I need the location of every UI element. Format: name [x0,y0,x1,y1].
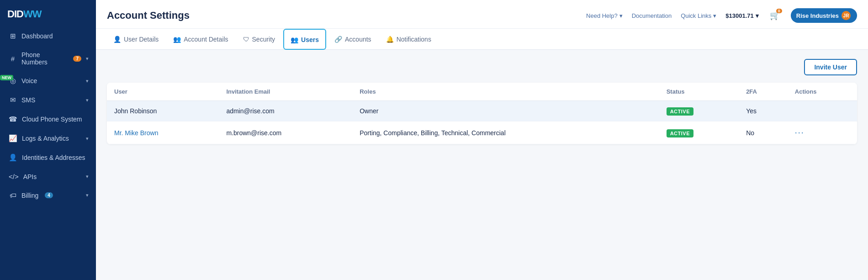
email-cell: admin@rise.com [219,101,352,122]
api-icon: </> [9,173,19,180]
sidebar-item-sms[interactable]: ✉ SMS ▾ [0,90,96,110]
tabs-bar: 👤 User Details 👥 Account Details 🛡 Secur… [96,29,868,50]
user-name-cell: John Robinson [107,101,219,122]
sidebar-item-label: Cloud Phone System [22,116,82,123]
status-badge: ACTIVE [667,107,693,116]
sidebar-item-cloud-phone[interactable]: ☎ Cloud Phone System [0,110,96,129]
documentation-link[interactable]: Documentation [632,12,672,19]
sidebar-item-label: APIs [23,173,37,180]
table-row: John Robinson admin@rise.com Owner ACTIV… [107,101,857,122]
status-cell: ACTIVE [659,122,739,144]
analytics-icon: 📈 [9,134,17,143]
row-actions-menu[interactable]: ··· [795,128,804,137]
tab-user-details[interactable]: 👤 User Details [107,29,165,49]
header-actions: Need Help? ▾ Documentation Quick Links ▾… [586,8,857,23]
col-header-roles: Roles [352,83,659,101]
chevron-down-icon: ▾ [713,12,716,19]
user-name-cell: Mr. Mike Brown [107,122,219,144]
roles-cell: Owner [352,101,659,122]
hash-icon: # [9,55,17,63]
person-icon: 👤 [9,153,17,162]
sidebar-item-label: Logs & Analytics [22,135,69,142]
logo: DIDWW [0,0,96,26]
user-menu-button[interactable]: Rise Industries JR [791,8,857,23]
balance-display[interactable]: $13001.71 ▾ [725,12,758,19]
col-header-actions: Actions [788,83,857,101]
chevron-down-icon: ▾ [86,174,89,180]
table-row: Mr. Mike Brown m.brown@rise.com Porting,… [107,122,857,144]
tab-label: Accounts [345,36,371,43]
sidebar-item-phone-numbers[interactable]: # Phone Numbers 7 ▾ [0,46,96,71]
status-cell: ACTIVE [659,101,739,122]
twofa-cell: No [739,122,788,144]
sidebar-item-label: Voice [21,77,37,85]
email-cell: m.brown@rise.com [219,122,352,144]
tab-users[interactable]: 👥 Users [283,29,326,50]
chevron-down-icon: ▾ [86,136,89,142]
tab-security[interactable]: 🛡 Security [237,29,282,49]
content-area: Invite User User Invitation Email Roles … [96,50,868,280]
tab-account-details[interactable]: 👥 Account Details [167,29,234,49]
account-icon: 👥 [173,36,181,43]
sidebar-item-logs[interactable]: 📈 Logs & Analytics ▾ [0,129,96,148]
tab-label: Notifications [397,36,431,43]
chevron-down-icon: ▾ [756,12,759,19]
roles-cell: Porting, Compliance, Billing, Technical,… [352,122,659,144]
actions-cell: ··· [788,122,857,144]
tab-label: User Details [124,36,159,43]
tab-accounts[interactable]: 🔗 Accounts [328,29,378,49]
col-header-status: Status [659,83,739,101]
status-badge: ACTIVE [667,129,693,137]
phone-numbers-badge: 7 [73,56,81,62]
chevron-down-icon: ▾ [86,78,89,84]
tab-label: Account Details [184,36,228,43]
shield-icon: 🛡 [243,36,249,43]
sidebar-item-label: Identities & Addresses [22,154,85,161]
balance-amount: $13001.71 [725,12,753,19]
user-link[interactable]: Mr. Mike Brown [114,129,158,137]
page-title: Account Settings [107,10,190,21]
chevron-down-icon: ▾ [86,192,89,198]
sidebar-item-dashboard[interactable]: ⊞ Dashboard [0,26,96,46]
billing-icon: 🏷 [9,191,17,199]
sidebar-item-label: Dashboard [21,32,53,40]
sidebar-item-voice[interactable]: NEW ◎ Voice ▾ [0,71,96,90]
sidebar-item-apis[interactable]: </> APIs ▾ [0,167,96,186]
twofa-cell: Yes [739,101,788,122]
need-help-link[interactable]: Need Help? ▾ [586,12,623,19]
actions-cell [788,101,857,122]
actions-row: Invite User [107,59,857,75]
bell-icon: 🔔 [386,36,394,43]
sidebar-item-identities[interactable]: 👤 Identities & Addresses [0,148,96,167]
sms-icon: ✉ [9,96,17,104]
users-table: User Invitation Email Roles Status 2FA A… [107,83,857,144]
col-header-email: Invitation Email [219,83,352,101]
sidebar-item-label: Phone Numbers [21,51,67,66]
sidebar-item-label: SMS [21,96,35,104]
sidebar-item-billing[interactable]: 🏷 Billing 4 ▾ [0,186,96,205]
quick-links-dropdown[interactable]: Quick Links ▾ [681,12,716,19]
col-header-2fa: 2FA [739,83,788,101]
invite-user-button[interactable]: Invite User [804,59,857,75]
tab-notifications[interactable]: 🔔 Notifications [380,29,438,49]
sidebar-item-label: Billing [21,192,38,199]
new-badge: NEW [0,75,13,80]
chevron-down-icon: ▾ [86,97,89,103]
tab-label: Users [301,36,319,43]
company-name: Rise Industries [796,12,839,19]
main-content: Account Settings Need Help? ▾ Documentat… [96,0,868,280]
cart-badge: 0 [776,9,782,13]
tab-label: Security [252,36,275,43]
users-icon: 👥 [291,36,298,43]
col-header-user: User [107,83,219,101]
chevron-down-icon: ▾ [619,12,623,19]
billing-badge: 4 [45,192,53,198]
top-header: Account Settings Need Help? ▾ Documentat… [96,0,868,29]
sidebar: DIDWW ⊞ Dashboard # Phone Numbers 7 ▾ NE… [0,0,96,280]
dashboard-icon: ⊞ [9,32,17,40]
chevron-down-icon: ▾ [86,56,89,62]
cart-button[interactable]: 🛒 0 [770,11,780,21]
link-icon: 🔗 [334,36,342,43]
cloud-phone-icon: ☎ [9,115,17,123]
user-icon: 👤 [113,36,121,43]
